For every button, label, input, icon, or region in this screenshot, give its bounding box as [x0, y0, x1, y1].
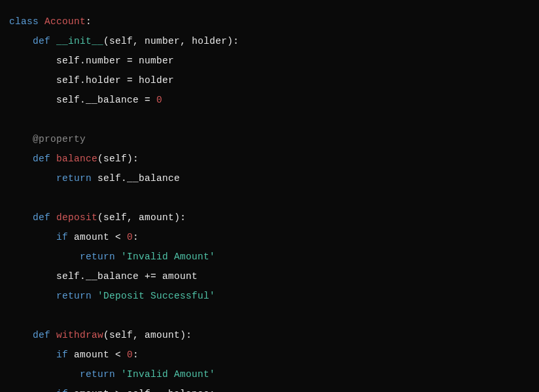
line-11: def deposit(self, amount):: [9, 212, 186, 223]
keyword-class: class: [9, 16, 39, 27]
string-deposit-ok: 'Deposit Successful': [97, 291, 215, 301]
line-14: self.__balance += amount: [9, 271, 198, 282]
fn-withdraw: withdraw: [56, 330, 103, 340]
number-zero: 0: [156, 95, 162, 105]
line-7: @property: [9, 134, 86, 144]
line-12: if amount < 0:: [9, 232, 139, 242]
keyword-def: def: [33, 36, 50, 46]
keyword-return: return: [56, 173, 92, 184]
class-name: Account: [44, 16, 86, 27]
line-19: return 'Invalid Amount': [9, 369, 215, 380]
line-2: def __init__(self, number, holder):: [9, 36, 239, 46]
line-20: if amount > self.__balance:: [9, 389, 215, 392]
line-4: self.holder = holder: [9, 75, 174, 86]
line-18: if amount < 0:: [9, 350, 139, 360]
keyword-if: if: [56, 232, 68, 242]
fn-init: __init__: [56, 36, 103, 46]
line-3: self.number = number: [9, 56, 174, 66]
string-invalid: 'Invalid Amount': [121, 252, 215, 262]
fn-deposit: deposit: [56, 212, 97, 223]
decorator-property: @property: [33, 134, 86, 144]
fn-balance: balance: [56, 154, 97, 164]
line-17: def withdraw(self, amount):: [9, 330, 192, 340]
code-block: class Account: def __init__(self, number…: [9, 12, 530, 392]
line-8: def balance(self):: [9, 154, 139, 164]
line-1: class Account:: [9, 16, 92, 27]
line-15: return 'Deposit Successful': [9, 291, 215, 301]
line-13: return 'Invalid Amount': [9, 252, 215, 262]
line-9: return self.__balance: [9, 173, 180, 184]
line-5: self.__balance = 0: [9, 95, 162, 105]
